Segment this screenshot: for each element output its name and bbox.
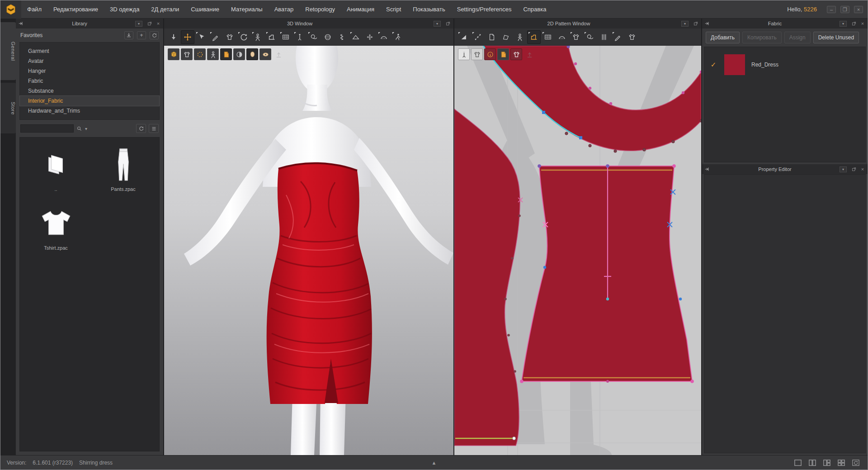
list-view-icon[interactable]	[149, 124, 159, 133]
toggle-show-pattern-paper-icon[interactable]	[220, 48, 232, 60]
library-close-icon[interactable]: ×	[155, 21, 161, 26]
menu-3d-garment[interactable]: 3D одежда	[104, 0, 145, 19]
toggle-show-shade-icon[interactable]	[233, 48, 245, 60]
tool-polygon[interactable]	[499, 30, 513, 44]
property-editor-close-icon[interactable]: ×	[859, 166, 866, 172]
toggle-pattern-info-icon[interactable]	[484, 48, 496, 60]
tool-sewing-machine[interactable]	[265, 30, 278, 44]
toggle-show-pattern-paper-2d-icon[interactable]	[497, 48, 509, 60]
tool-rotate-pattern[interactable]	[237, 30, 250, 44]
tool-avatar-size[interactable]	[251, 30, 264, 44]
tool-shirt-texture[interactable]	[569, 30, 583, 44]
statusbar-collapse-icon[interactable]: ▲	[432, 460, 437, 465]
menu-file[interactable]: Файл	[21, 0, 47, 19]
file-item-pants[interactable]: Pants.zpac	[90, 146, 156, 204]
tool-pen-3d[interactable]	[209, 30, 222, 44]
tool-transform-pattern[interactable]	[457, 30, 471, 44]
fabric-swatch[interactable]	[724, 54, 745, 75]
library-dropdown-icon[interactable]: ▾	[135, 21, 142, 27]
search-filter-dropdown-icon[interactable]: ▾	[85, 126, 87, 131]
toggle-show-skin-icon[interactable]	[259, 48, 271, 60]
menu-retopology[interactable]: Retopology	[299, 0, 341, 19]
tool-show-garment-2d[interactable]	[625, 30, 639, 44]
tool-simulate[interactable]	[167, 30, 180, 44]
tool-tape-measure[interactable]	[377, 30, 391, 44]
close-button[interactable]: ×	[854, 6, 863, 13]
import-library-icon[interactable]	[124, 31, 133, 39]
menu-materials[interactable]: Материалы	[225, 0, 269, 19]
tool-select-mesh[interactable]	[195, 30, 208, 44]
tool-internal-line[interactable]	[611, 30, 625, 44]
tool-fold-arrangement[interactable]	[555, 30, 569, 44]
menu-script[interactable]: Script	[380, 0, 407, 19]
tool-quilt-grid[interactable]	[279, 30, 292, 44]
layout-one-plus-two-icon[interactable]	[821, 458, 832, 467]
library-item-avatar[interactable]: Avatar	[20, 56, 159, 66]
2d-window-float-icon[interactable]	[693, 21, 699, 26]
menu-sewing[interactable]: Сшивание	[185, 0, 225, 19]
tab-store[interactable]: Store	[0, 83, 16, 133]
library-item-interior-fabric[interactable]: Interior_Fabric	[20, 96, 159, 106]
menu-edit[interactable]: Редактирование	[47, 0, 104, 19]
add-fabric-button[interactable]: Добавить	[706, 32, 740, 43]
property-editor-dropdown-icon[interactable]: ▾	[840, 166, 847, 172]
library-item-hanger[interactable]: Hanger	[20, 66, 159, 76]
toggle-show-avatar-head-icon[interactable]	[246, 48, 258, 60]
2d-viewport[interactable]	[454, 46, 701, 455]
tool-select-move[interactable]	[181, 30, 194, 44]
add-favorite-icon[interactable]: +	[137, 31, 146, 39]
fabric-float-icon[interactable]	[851, 21, 858, 26]
tool-free-sewing-2d[interactable]	[583, 30, 597, 44]
menu-animation[interactable]: Анимация	[341, 0, 380, 19]
toggle-show-pins-icon[interactable]	[194, 48, 206, 60]
3d-window-dropdown-icon[interactable]: ▾	[434, 21, 441, 27]
refresh-favorites-icon[interactable]	[150, 31, 159, 39]
fabric-dropdown-icon[interactable]: ▾	[840, 21, 847, 27]
menu-2d-patterns[interactable]: 2Д детали	[145, 0, 185, 19]
library-item-hardware-and-trims[interactable]: Hardware_and_Trims	[20, 106, 159, 116]
tool-walk-avatar[interactable]	[391, 30, 405, 44]
menu-help[interactable]: Справка	[517, 0, 552, 19]
toggle-show-shirt-2d-icon[interactable]	[471, 48, 483, 60]
2d-window-dropdown-icon[interactable]: ▾	[681, 21, 689, 27]
tool-zipper[interactable]	[335, 30, 349, 44]
search-icon[interactable]	[76, 126, 82, 132]
toggle-show-shirt-icon[interactable]	[181, 48, 193, 60]
toggle-show-fabric-on-pattern-icon[interactable]	[510, 48, 522, 60]
menu-settings[interactable]: Settings/Preferences	[451, 0, 518, 19]
layout-single-icon[interactable]	[793, 458, 803, 467]
tool-fabric-sphere[interactable]	[321, 30, 335, 44]
library-item-substance[interactable]: Substance	[20, 86, 159, 96]
tool-quilt-grid-2d[interactable]	[541, 30, 555, 44]
tool-sewing-machine-2d[interactable]	[527, 30, 541, 44]
fabric-list-item[interactable]: ✓ Red_Dress	[704, 47, 865, 82]
restore-button[interactable]: ❐	[840, 6, 849, 13]
refresh-files-icon[interactable]	[136, 124, 146, 133]
tool-trace-silhouette[interactable]	[513, 30, 527, 44]
tab-general[interactable]: General	[0, 22, 16, 80]
tool-measure-cross[interactable]	[363, 30, 377, 44]
3d-viewport[interactable]	[164, 46, 453, 455]
app-logo[interactable]	[0, 0, 21, 19]
toggle-show-avatar-icon[interactable]	[207, 48, 219, 60]
library-item-fabric[interactable]: Fabric	[20, 76, 159, 86]
layout-two-pane-icon[interactable]	[807, 458, 818, 467]
property-editor-float-icon[interactable]	[851, 166, 858, 172]
tool-pin[interactable]	[293, 30, 307, 44]
fabric-close-icon[interactable]: ×	[859, 21, 866, 26]
library-item-garment[interactable]: Garment	[20, 46, 159, 56]
minimize-button[interactable]: –	[827, 6, 836, 13]
tool-make-pattern[interactable]	[485, 30, 499, 44]
3d-window-float-icon[interactable]	[445, 21, 452, 26]
delete-unused-button[interactable]: Delete Unused	[813, 32, 859, 43]
tool-free-sewing[interactable]	[307, 30, 321, 44]
file-item-parent-folder[interactable]: ..	[23, 146, 89, 204]
menu-display[interactable]: Показывать	[407, 0, 451, 19]
toggle-show-3d-garment-icon[interactable]	[168, 48, 179, 60]
tool-pleats[interactable]	[597, 30, 611, 44]
search-input[interactable]	[20, 124, 74, 133]
fabric-checkmark-icon[interactable]: ✓	[709, 61, 718, 69]
toggle-show-stitches-icon[interactable]	[458, 48, 470, 60]
dock-arrow-icon[interactable]	[18, 21, 24, 26]
dock-arrow-icon[interactable]	[704, 21, 710, 26]
